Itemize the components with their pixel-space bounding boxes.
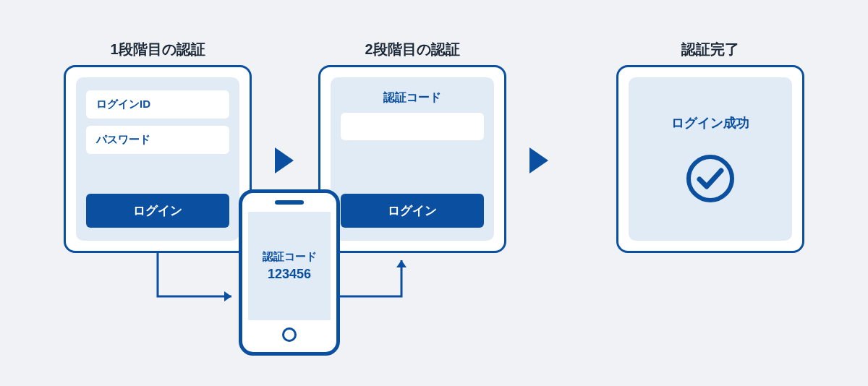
connector-line-2 — [0, 0, 868, 386]
